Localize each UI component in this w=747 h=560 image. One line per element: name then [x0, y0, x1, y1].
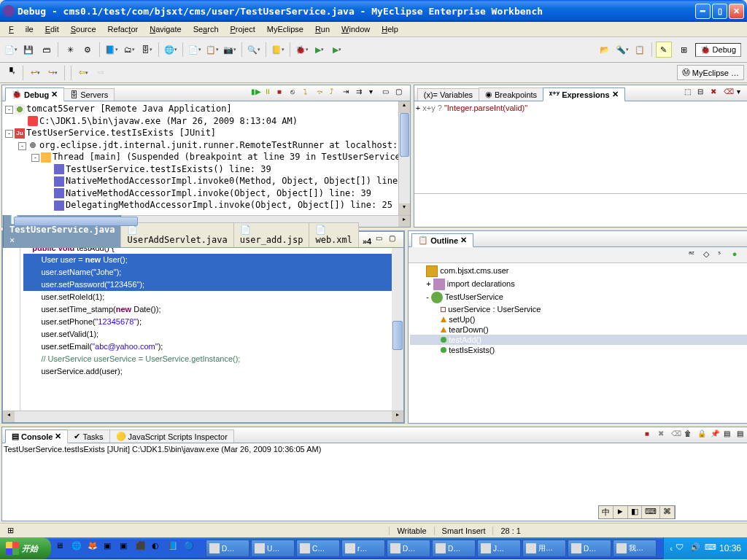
taskbar-app-button[interactable]: 我… — [613, 540, 657, 557]
menu-myeclipse[interactable]: MyEclipse — [261, 23, 309, 35]
disconnect-button[interactable]: ⎋ — [290, 88, 303, 101]
quick-launch-icon[interactable]: 🌐 — [71, 541, 86, 556]
window-minimize-button[interactable]: ━ — [695, 4, 711, 19]
code-line[interactable]: user.setName("Johe"); — [23, 266, 403, 279]
toolbar-icon[interactable]: 📋 — [204, 42, 220, 58]
tab-js-inspector[interactable]: 🟡 JavaScript Scripts Inspector — [109, 429, 234, 443]
toolbar-icon[interactable]: ▝ — [3, 65, 19, 81]
back-button[interactable]: ↩ — [27, 65, 43, 81]
hide-fields-button[interactable]: ◇ — [703, 249, 716, 261]
view-menu-button[interactable]: ▾ — [737, 88, 747, 101]
browser-button[interactable]: 🌐 — [163, 42, 179, 58]
ime-button[interactable]: ⌘ — [660, 506, 675, 518]
menu-run[interactable]: Run — [309, 23, 336, 35]
tray-icon[interactable]: 🛡 — [676, 542, 687, 554]
expression-detail-pane[interactable] — [414, 193, 747, 227]
debug-tree-row[interactable]: DelegatingMethodAccessorImpl.invoke(Obje… — [4, 199, 409, 211]
window-maximize-button[interactable]: ▯ — [712, 4, 727, 19]
console-output[interactable]: TestUserService.testIsExists [JUnit] C:\… — [2, 443, 747, 521]
menu-file[interactable]: File — [3, 23, 39, 35]
code-line[interactable]: user.setEmail("abc@yahoo.com"); — [23, 341, 403, 353]
editor-gutter[interactable] — [3, 248, 20, 411]
tab-expressions[interactable]: ᵡ⁺ʸ Expressions ✕ — [543, 88, 624, 101]
expressions-body[interactable]: + x+y ? "Integer.parseInt(valid)" — [414, 101, 747, 193]
taskbar-app-button[interactable]: J… — [477, 540, 521, 557]
menu-refactor[interactable]: Refactor — [102, 23, 144, 35]
nav-back-button[interactable]: ⇦ — [75, 65, 91, 81]
hide-nonpublic-button[interactable]: ● — [732, 249, 746, 261]
taskbar-app-button[interactable]: U… — [251, 540, 295, 557]
resume-button[interactable]: ▮▶ — [251, 88, 264, 101]
toolbar-icon[interactable]: 🗄 — [139, 42, 155, 58]
remove-launch-button[interactable]: ✖ — [658, 429, 671, 443]
taskbar-app-button[interactable]: D… — [387, 540, 430, 557]
expr-toolbar-icon[interactable]: ⬚ — [684, 88, 697, 101]
search-button[interactable]: 🔦 — [614, 42, 630, 58]
tree-expander[interactable]: - — [5, 130, 13, 138]
toolbar-icon[interactable]: 📷 — [222, 42, 238, 58]
tray-icon[interactable]: 🔊 — [690, 542, 702, 554]
outline-item[interactable]: + import declarations — [410, 278, 747, 291]
ime-button[interactable]: ► — [614, 506, 628, 518]
menu-project[interactable]: Project — [225, 23, 261, 35]
editor-vertical-scrollbar[interactable] — [392, 248, 403, 411]
horizontal-scrollbar[interactable]: ◂▸ — [2, 215, 410, 227]
open-perspective-button[interactable]: ⊞ — [676, 42, 692, 58]
editor-overflow-button[interactable]: »4 — [358, 236, 376, 247]
tree-expander[interactable]: - — [18, 142, 26, 150]
quick-launch-icon[interactable]: 🦊 — [88, 541, 102, 556]
terminate-console-button[interactable]: ■ — [645, 429, 658, 443]
ime-lang-button[interactable]: 中 — [599, 506, 614, 518]
menu-source[interactable]: Source — [65, 23, 102, 35]
quick-launch-icon[interactable]: ◐ — [152, 541, 166, 556]
tab-debug[interactable]: 🐞 Debug ✕ — [5, 88, 64, 101]
expression-value[interactable]: "Integer.parseInt(valid)" — [444, 104, 527, 112]
debug-button[interactable]: 🐞 — [294, 42, 310, 58]
code-line[interactable]: user.setRoleId(1); — [23, 291, 403, 303]
toolbar-icon[interactable]: 📄 — [187, 42, 203, 58]
menu-navigate[interactable]: Navigate — [144, 23, 187, 35]
editor-horizontal-scrollbar[interactable]: ◂▸ — [3, 411, 403, 422]
scroll-lock-button[interactable]: 🔒 — [697, 429, 711, 443]
sort-button[interactable]: ᵃᶻ — [689, 249, 702, 261]
debug-tree-row[interactable]: TestUserService.testIsExists() line: 39 — [4, 163, 409, 176]
taskbar-app-button[interactable]: r… — [341, 540, 385, 557]
save-all-button[interactable]: 🗃 — [38, 42, 54, 58]
menu-search[interactable]: Search — [187, 23, 225, 35]
taskbar-app-button[interactable]: D… — [568, 540, 611, 557]
window-close-button[interactable]: ✕ — [729, 4, 744, 19]
menu-window[interactable]: Window — [336, 23, 376, 35]
display-console-button[interactable]: ▤ — [724, 429, 737, 443]
tab-servers[interactable]: 🗄 Servers — [63, 88, 115, 101]
toolbar-icon[interactable]: ✎ — [656, 42, 672, 58]
step-over-button[interactable]: ⤼ — [317, 88, 330, 101]
code-editor[interactable]: public void testAdd() { User user = new … — [3, 248, 403, 411]
step-return-button[interactable]: ⤴ — [330, 88, 343, 101]
code-line[interactable]: // UserService userService = UserService… — [23, 353, 403, 365]
expr-toolbar-icon[interactable]: ⊟ — [697, 88, 711, 101]
debug-tree[interactable]: -tomcat5Server [Remote Java Application]… — [2, 101, 410, 215]
taskbar-app-button[interactable]: D… — [432, 540, 476, 557]
tab-outline[interactable]: 📋 Outline ✕ — [411, 233, 473, 247]
step-into-button[interactable]: ⤵ — [303, 88, 317, 101]
drop-to-frame-button[interactable]: ⇥ — [343, 88, 356, 101]
new-button[interactable]: 📄 — [3, 42, 19, 58]
outline-item[interactable]: testIsExists() — [410, 345, 747, 355]
toolbar-icon[interactable]: 🔍 — [246, 42, 262, 58]
tray-expand-button[interactable]: ‹ — [670, 544, 673, 553]
outline-item[interactable]: testAdd() — [410, 335, 747, 345]
tab-tasks[interactable]: ✔ Tasks — [67, 429, 109, 443]
debug-tree-row[interactable]: -Thread [main] (Suspended (breakpoint at… — [4, 151, 409, 163]
remove-all-expr-button[interactable]: ⌫ — [724, 88, 737, 101]
quick-launch-icon[interactable]: 🔵 — [184, 541, 198, 556]
view-menu-button[interactable]: ▾ — [369, 88, 382, 101]
code-line[interactable]: User user = new User(); — [23, 254, 403, 266]
toolbar-icon[interactable]: ⚙ — [80, 42, 96, 58]
ime-keyboard-button[interactable]: ⌨ — [642, 506, 660, 518]
debug-tree-row[interactable]: C:\JDK1.5\bin\javaw.exe (Mar 26, 2009 8:… — [4, 115, 409, 128]
open-console-button[interactable]: ▤ — [737, 429, 747, 443]
perspective-myeclipse[interactable]: Ⓜ MyEclipse … — [677, 65, 744, 80]
toolbar-icon[interactable]: 📒 — [270, 42, 286, 58]
outline-item[interactable]: userService : UserService — [410, 304, 747, 314]
ime-button[interactable]: ◧ — [628, 506, 642, 518]
